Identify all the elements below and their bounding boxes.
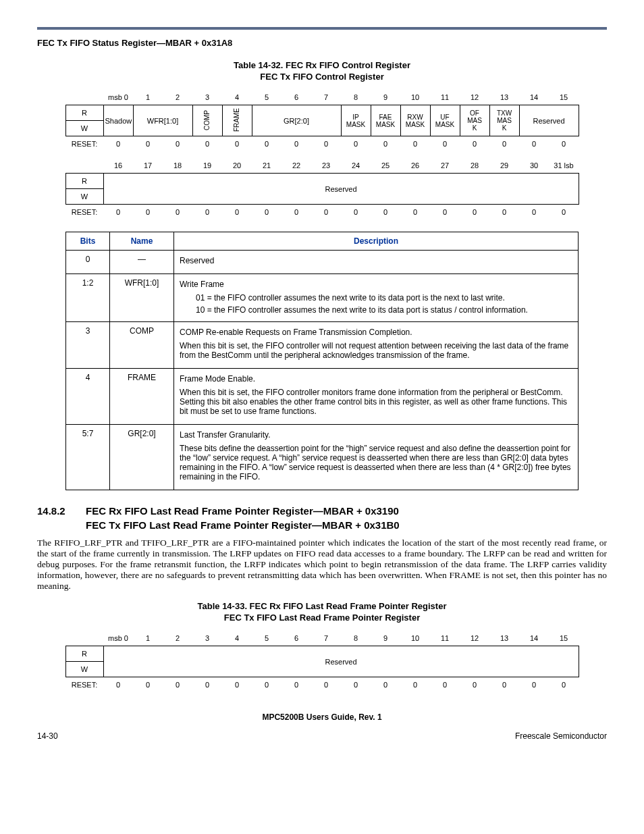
reset-row-upper: RESET: 0000 0000 0000 0000 xyxy=(65,136,579,152)
reset-row-33: RESET: 0000 0000 0000 0000 xyxy=(65,677,579,693)
field-comp: COMP xyxy=(192,105,222,136)
table33-subcaption: FEC Tx FIFO Last Read Frame Pointer Regi… xyxy=(37,613,607,623)
section-number: 14.8.2 xyxy=(37,505,86,517)
field-ufmask: UF MASK xyxy=(430,105,460,136)
bit-numbers-row-lower: 16171819 20212223 24252627 28293031 lsb xyxy=(65,158,579,174)
description-table: Bits Name Description 0—Reserved1:2WFR[1… xyxy=(65,232,579,490)
section-heading: 14.8.2FEC Rx FIFO Last Read Frame Pointe… xyxy=(37,505,607,517)
footer-row: 14-30 Freescale Semiconductor xyxy=(37,731,607,741)
cell-description: Last Transfer Granularity.These bits def… xyxy=(174,425,579,490)
cell-name: FRAME xyxy=(110,369,174,425)
field-ofmask: OF MAS K xyxy=(460,105,489,136)
field-reserved-33: Reserved xyxy=(103,646,579,677)
bit-numbers-row: msb 0123 4567 891011 12131415 xyxy=(65,90,579,105)
register-table-32-upper: msb 0123 4567 891011 12131415 R Shadow W… xyxy=(65,90,579,151)
field-reserved-upper: Reserved xyxy=(519,105,579,136)
row-label-w: W xyxy=(65,121,103,136)
cell-name: GR[2:0] xyxy=(110,425,174,490)
field-frame: FRAME xyxy=(222,105,252,136)
desc-header-name: Name xyxy=(110,232,174,251)
footer-left: 14-30 xyxy=(37,731,58,741)
row-label-w-lower: W xyxy=(65,189,103,205)
row-label-w-33: W xyxy=(65,662,103,677)
cell-description: Frame Mode Enable.When this bit is set, … xyxy=(174,369,579,425)
section-body: The RFIFO_LRF_PTR and TFIFO_LRF_PTR are … xyxy=(37,538,607,592)
table32-caption: Table 14-32. FEC Rx FIFO Control Registe… xyxy=(37,60,607,70)
table-row: 1:2WFR[1:0]Write Frame01 = the FIFO cont… xyxy=(66,274,579,322)
top-accent-bar xyxy=(37,27,607,30)
cell-description: COMP Re-enable Requests on Frame Transmi… xyxy=(174,322,579,369)
register-table-32-lower: 16171819 20212223 24252627 28293031 lsb … xyxy=(65,158,579,219)
page-header: FEC Tx FIFO Status Register—MBAR + 0x31A… xyxy=(37,38,607,48)
cell-bits: 5:7 xyxy=(66,425,110,490)
cell-name: — xyxy=(110,251,174,274)
footer-right: Freescale Semiconductor xyxy=(515,731,607,741)
register-table-33: msb 0123 4567 891011 12131415 R Reserved… xyxy=(65,631,579,692)
field-shadow: Shadow xyxy=(103,105,133,136)
field-wfr: WFR[1:0] xyxy=(133,105,192,136)
cell-bits: 1:2 xyxy=(66,274,110,322)
table-row: 5:7GR[2:0]Last Transfer Granularity.Thes… xyxy=(66,425,579,490)
cell-bits: 3 xyxy=(66,322,110,369)
field-rxwmask: RXW MASK xyxy=(400,105,430,136)
field-ipmask: IP MASK xyxy=(341,105,371,136)
row-label-r: R xyxy=(65,105,103,121)
table-row: 0—Reserved xyxy=(66,251,579,274)
cell-description: Reserved xyxy=(174,251,579,274)
row-label-r-lower: R xyxy=(65,174,103,189)
table32-subcaption: FEC Tx FIFO Control Register xyxy=(37,72,607,82)
section-title-line2: FEC Tx FIFO Last Read Frame Pointer Regi… xyxy=(86,519,607,531)
desc-header-bits: Bits xyxy=(66,232,110,251)
table-row: 4FRAMEFrame Mode Enable.When this bit is… xyxy=(66,369,579,425)
section-title-line1: FEC Rx FIFO Last Read Frame Pointer Regi… xyxy=(86,505,399,517)
desc-header-description: Description xyxy=(174,232,579,251)
field-reserved-lower: Reserved xyxy=(103,174,579,205)
field-faemask: FAE MASK xyxy=(371,105,400,136)
bit-numbers-row-33: msb 0123 4567 891011 12131415 xyxy=(65,631,579,646)
cell-name: WFR[1:0] xyxy=(110,274,174,322)
cell-bits: 4 xyxy=(66,369,110,425)
cell-bits: 0 xyxy=(66,251,110,274)
cell-description: Write Frame01 = the FIFO controller assu… xyxy=(174,274,579,322)
table-row: 3COMPCOMP Re-enable Requests on Frame Tr… xyxy=(66,322,579,369)
cell-name: COMP xyxy=(110,322,174,369)
footer-center: MPC5200B Users Guide, Rev. 1 xyxy=(37,712,607,722)
table33-caption: Table 14-33. FEC Rx FIFO Last Read Frame… xyxy=(37,601,607,611)
row-label-r-33: R xyxy=(65,646,103,662)
reset-row-lower: RESET: 0000 0000 0000 0000 xyxy=(65,205,579,220)
field-gr: GR[2:0] xyxy=(252,105,341,136)
field-txwmask: TXW MAS K xyxy=(489,105,519,136)
